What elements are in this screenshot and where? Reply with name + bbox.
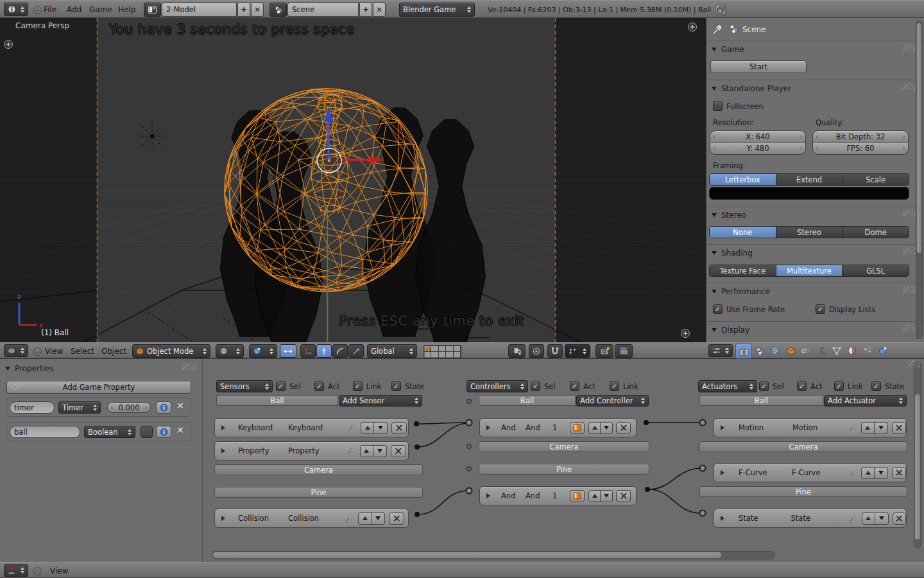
fps-field[interactable]: ‹ FPS: 60 › [812,143,909,155]
panel-drag-hatch[interactable] [182,363,196,370]
framing-extend-button[interactable]: Extend [776,174,843,185]
editor-type-selector-logic[interactable] [4,564,28,577]
tab-scene[interactable] [752,344,767,358]
actuators-act-checkbox[interactable]: Act [797,381,823,391]
rotate-manipulator-button[interactable] [316,344,332,358]
stepper-left-icon[interactable]: ‹ [710,144,716,153]
menu-select[interactable]: Select [71,347,94,356]
tab-world[interactable] [767,344,783,358]
section-game[interactable]: Game [712,45,744,54]
move-up-button[interactable] [358,512,372,525]
right-panel-expand-icon[interactable] [689,23,697,31]
pin-panel-icon[interactable] [712,23,723,35]
pivot-point-select[interactable] [249,344,277,358]
expand-triangle-icon[interactable] [721,470,724,475]
actuators-pine-bar[interactable]: Pine [699,486,907,497]
region-resize-hatch[interactable] [907,360,920,367]
controllers-filter-select[interactable]: Controllers [466,380,528,392]
move-up-button[interactable] [862,512,875,525]
actuators-state-checkbox[interactable]: State [871,381,904,391]
translate-manipulator-button[interactable] [300,344,316,358]
move-up-button[interactable] [360,445,373,457]
delete-sensor-button[interactable]: ✕ [391,422,407,434]
tab-material[interactable] [844,344,860,358]
game-start-button[interactable]: Start [710,60,807,73]
sensors-camera-bar[interactable]: Camera [214,464,423,475]
stereo-dome-button[interactable]: Dome [843,227,909,238]
layers-grid-1[interactable] [424,345,461,358]
screen-layout-icon-button[interactable] [144,3,161,17]
delete-property-icon[interactable]: ✕ [176,401,184,411]
stepper-left-icon[interactable]: ‹ [710,132,716,141]
controller-state-number[interactable]: 1 [552,491,557,500]
pin-icon[interactable] [345,514,353,523]
actuators-sel-checkbox[interactable]: Sel [759,381,784,391]
tab-physics[interactable] [875,344,891,358]
manipulator-toggle-button[interactable] [280,344,296,358]
pin-icon[interactable] [848,424,856,432]
pin-icon[interactable] [346,447,355,455]
panel-drag-hatch[interactable] [903,324,917,331]
move-down-button[interactable] [875,512,889,525]
screen-layout-delete-button[interactable]: ✕ [251,3,264,17]
menu-game[interactable]: Game [89,5,112,14]
scene-name-field[interactable]: Scene [287,3,359,17]
add-controller-select[interactable]: Add Controller [576,395,649,407]
delete-actuator-button[interactable]: ✕ [893,512,907,525]
expand-triangle-icon[interactable] [486,493,490,498]
delete-controller-button[interactable]: ✕ [616,490,631,502]
logic-header-collapse-icon[interactable]: – [33,567,42,575]
controller-state-number[interactable]: 1 [552,423,557,432]
stereo-none-button[interactable]: None [710,227,776,238]
stepper-left-icon[interactable]: ‹ [813,144,819,153]
snap-element-select[interactable] [565,344,590,358]
move-down-button[interactable] [374,422,388,434]
sensors-filter-select[interactable]: Sensors [216,380,273,392]
left-panel-expand-icon[interactable] [4,40,13,49]
controllers-sel-checkbox[interactable]: Sel [531,381,556,391]
actuators-filter-select[interactable]: Actuators [698,380,757,392]
controller-states-button[interactable] [570,490,585,502]
menu-view[interactable]: View [45,347,63,356]
panel-drag-hatch[interactable] [903,209,917,216]
delete-sensor-button[interactable]: ✕ [391,445,406,457]
use-frame-rate-checkbox[interactable]: Use Frame Rate [713,304,785,314]
expand-triangle-icon[interactable] [221,425,225,430]
scene-icon-button[interactable] [270,3,287,17]
move-up-button[interactable] [861,467,875,479]
shading-glsl-button[interactable]: GLSL [843,265,909,276]
stepper-right-icon[interactable]: › [800,144,805,153]
property-type-select[interactable]: Timer [58,401,101,414]
section-performance[interactable]: Performance [712,287,770,296]
sensors-act-checkbox[interactable]: Act [314,381,340,391]
expand-triangle-icon[interactable] [721,425,724,430]
mode-select[interactable]: Object Mode [132,344,210,358]
panel-scrollbar-track[interactable] [916,21,923,339]
viewport-shading-select[interactable] [216,344,244,358]
property-value-field[interactable]: ‹ 0.000 › [107,402,151,413]
actuator-name[interactable]: F-Curve [739,468,792,477]
delete-actuator-button[interactable]: ✕ [892,422,906,434]
property-debug-button[interactable] [156,426,171,438]
screen-layout-add-button[interactable]: + [237,3,250,17]
move-down-button[interactable] [372,512,385,525]
viewport-3d[interactable]: z x [0,18,706,342]
panel-drag-hatch[interactable] [903,286,917,293]
framing-scale-button[interactable]: Scale [843,174,909,185]
property-type-select[interactable]: Boolean [84,426,135,438]
expand-triangle-icon[interactable] [721,516,724,521]
move-down-button[interactable] [373,445,387,457]
expand-triangle-icon[interactable] [221,448,225,453]
stepper-right-icon[interactable]: › [902,132,908,141]
stereo-stereo-button[interactable]: Stereo [776,227,843,238]
section-display[interactable]: Display [712,326,749,335]
move-up-button[interactable] [361,422,374,434]
transform-orientation-select[interactable]: Global [367,344,417,358]
property-name-field[interactable]: ball [10,426,80,438]
delete-controller-button[interactable]: ✕ [616,422,631,434]
menu-view-logic[interactable]: View [50,566,68,575]
resolution-x-field[interactable]: ‹ X: 640 › [710,130,806,143]
stepper-left-icon[interactable]: ‹ [813,132,819,141]
sensors-object-name-bar[interactable]: Ball [216,395,338,406]
delete-sensor-button[interactable]: ✕ [389,512,404,525]
